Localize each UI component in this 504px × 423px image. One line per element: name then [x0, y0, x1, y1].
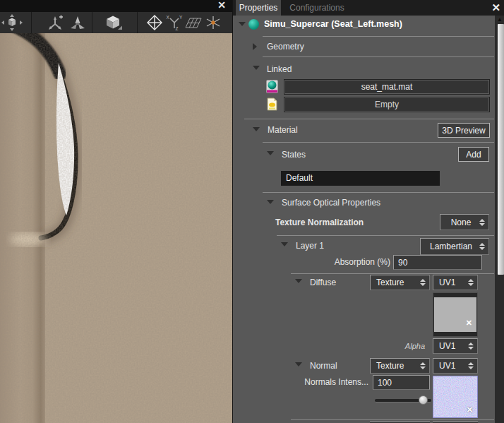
separator	[277, 235, 494, 236]
spinner-icon	[420, 362, 426, 369]
texture-file-icon	[267, 97, 277, 111]
remove-diffuse-texture-icon[interactable]: ✕	[466, 318, 472, 328]
add-state-button[interactable]: Add	[458, 147, 489, 162]
separator	[263, 36, 494, 37]
viewport-canvas[interactable]	[0, 33, 232, 423]
normal-source-dropdown[interactable]: Texture	[370, 358, 430, 374]
3d-preview-button[interactable]: 3D Preview	[438, 123, 490, 138]
toolbar-separator	[31, 12, 32, 33]
tab-configurations[interactable]: Configurations	[282, 0, 352, 16]
states-section-label[interactable]: States	[282, 148, 306, 162]
linked-material-label: seat_mat.mat	[361, 82, 413, 92]
layer1-collapse-arrow[interactable]	[281, 242, 288, 246]
alpha-label: Alpha	[354, 338, 425, 354]
material-collapse-arrow[interactable]	[253, 127, 260, 131]
tab-properties[interactable]: Properties	[236, 0, 281, 16]
spinner-icon	[468, 279, 474, 286]
axis-tripod-solid-icon[interactable]	[67, 14, 88, 31]
axes-star-icon[interactable]	[203, 14, 224, 31]
diffuse-uv-dropdown[interactable]: UV1	[433, 275, 478, 290]
spinner-icon	[479, 243, 485, 250]
remove-normal-texture-icon[interactable]: ✕	[467, 405, 473, 415]
state-item-default[interactable]: Default	[281, 171, 440, 186]
texture-normalization-value: None	[451, 218, 472, 227]
spinner-icon	[420, 279, 426, 286]
panel-tabbar: Properties Configurations ✕	[233, 0, 504, 16]
viewport-close-icon[interactable]: ✕	[217, 0, 226, 11]
normals-intensity-label: Normals Intens...	[254, 375, 368, 390]
linked-collapse-arrow[interactable]	[253, 66, 260, 70]
spinner-icon	[468, 362, 474, 369]
diffuse-uv-value: UV1	[439, 278, 455, 287]
normal-texture-thumbnail[interactable]: ✕	[433, 376, 478, 418]
axis-tripod-add-icon[interactable]	[44, 14, 66, 31]
absorption-label: Absorption (%)	[275, 255, 390, 270]
svg-text:Z: Z	[176, 26, 179, 31]
svg-text:X: X	[167, 15, 170, 20]
3d-preview-label: 3D Preview	[442, 126, 485, 136]
texture-normalization-label: Texture Normalization	[275, 215, 364, 230]
diffuse-texture-thumbnail[interactable]: ✕	[433, 292, 478, 337]
linked-texture-button[interactable]: Empty	[284, 97, 489, 112]
diffuse-collapse-arrow[interactable]	[295, 279, 302, 283]
normal-uv-dropdown[interactable]: UV1	[433, 358, 478, 374]
separator	[291, 273, 494, 274]
layer1-model-dropdown[interactable]: Lambertian	[420, 238, 489, 255]
mesh-icon	[248, 19, 259, 30]
material-ball-icon	[266, 80, 278, 93]
viewport-3d[interactable]: ✕	[0, 0, 232, 423]
leather-grain	[0, 33, 232, 423]
root-node-label: Simu_Supercar (Seat_Left.mesh)	[264, 19, 402, 29]
scrollbar-up-arrow[interactable]: ▲	[495, 16, 504, 24]
geometry-section-label[interactable]: Geometry	[267, 40, 304, 54]
layer1-model-value: Lambertian	[430, 242, 472, 251]
normal-source-value: Texture	[376, 361, 404, 371]
separator	[291, 419, 494, 420]
separator	[263, 56, 494, 57]
texture-normalization-dropdown[interactable]: None	[440, 214, 489, 230]
normals-intensity-slider-track[interactable]	[375, 399, 431, 403]
viewport-titlebar: ✕	[0, 0, 232, 12]
toolbar-separator	[92, 12, 92, 33]
spinner-icon	[468, 342, 474, 350]
diffuse-source-value: Texture	[376, 278, 404, 287]
separator	[263, 192, 494, 193]
octahedron-gizmo-icon[interactable]	[144, 14, 165, 31]
normals-intensity-slider-handle[interactable]	[419, 395, 428, 405]
normals-intensity-input[interactable]	[373, 375, 430, 390]
separator	[244, 119, 494, 119]
properties-panel: Properties Configurations ✕ Simu_Superca…	[232, 0, 504, 423]
ground-grid-icon[interactable]	[183, 14, 204, 31]
normal-uv-value: UV1	[439, 361, 455, 371]
absorption-input[interactable]	[393, 255, 482, 270]
scrollbar-thumb[interactable]	[498, 24, 504, 275]
layer1-section-label[interactable]: Layer 1	[296, 239, 324, 254]
linked-texture-label: Empty	[375, 100, 399, 109]
orientation-cube-icon[interactable]	[102, 14, 124, 31]
spinner-icon	[479, 219, 485, 226]
xyz-axes-icon[interactable]: XYZ	[164, 14, 185, 31]
diffuse-section-label[interactable]: Diffuse	[310, 275, 336, 290]
viewport-toolbar: XYZ	[0, 12, 232, 34]
surface-optical-section-label[interactable]: Surface Optical Properties	[282, 196, 380, 210]
geometry-expand-arrow[interactable]	[253, 43, 257, 50]
normal-collapse-arrow[interactable]	[295, 362, 302, 367]
panel-scrollbar[interactable]: ▲	[495, 16, 504, 423]
toolbar-separator	[137, 12, 138, 33]
root-collapse-arrow[interactable]	[239, 22, 246, 26]
surface-optical-collapse-arrow[interactable]	[267, 200, 274, 204]
panel-close-icon[interactable]: ✕	[491, 1, 500, 14]
alpha-uv-value: UV1	[439, 341, 455, 351]
states-collapse-arrow[interactable]	[267, 151, 274, 155]
material-section-label[interactable]: Material	[268, 123, 298, 138]
normal-section-label[interactable]: Normal	[310, 359, 337, 374]
application-window: ✕	[0, 0, 504, 423]
separator	[263, 142, 494, 143]
diffuse-source-dropdown[interactable]: Texture	[370, 275, 430, 290]
linked-section-label[interactable]: Linked	[267, 62, 292, 76]
move-tool-icon[interactable]	[1, 14, 23, 31]
linked-material-button[interactable]: seat_mat.mat	[284, 80, 489, 94]
alpha-uv-dropdown[interactable]: UV1	[433, 338, 478, 354]
add-state-label: Add	[466, 150, 481, 160]
